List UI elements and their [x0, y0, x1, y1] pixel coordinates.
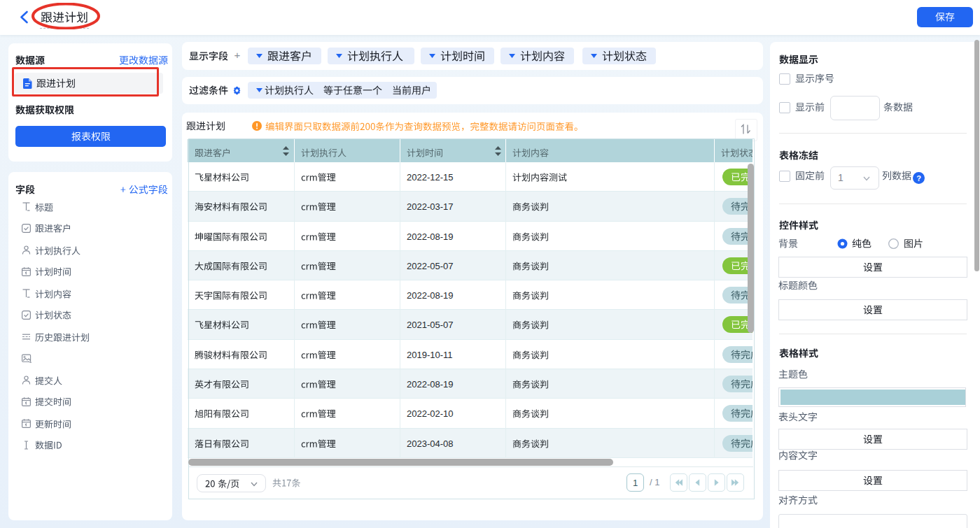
svg-text:?: ?	[916, 174, 921, 183]
